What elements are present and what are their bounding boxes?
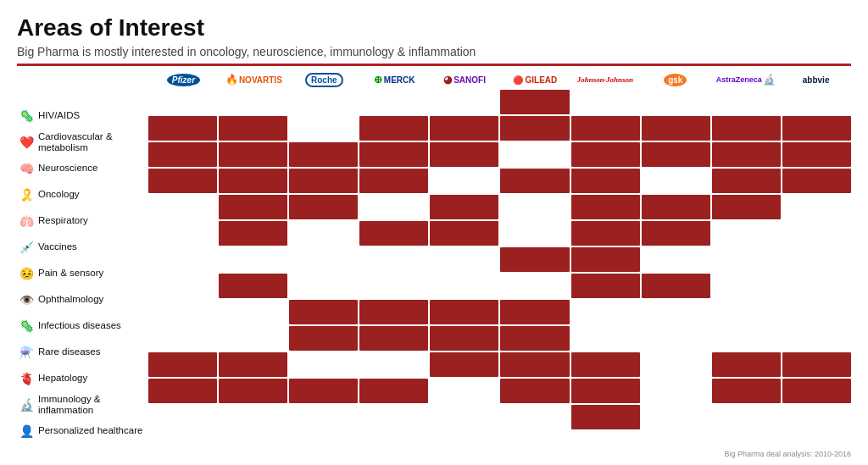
row-label-11: 🔬Immunology & inflammation xyxy=(17,392,148,418)
cell-0-4 xyxy=(430,90,498,114)
cell-9-2 xyxy=(289,326,358,351)
cell-11-2 xyxy=(289,379,358,403)
data-rows xyxy=(148,90,851,429)
cell-5-9 xyxy=(782,221,851,246)
cell-2-1 xyxy=(219,142,287,167)
cell-7-1 xyxy=(219,274,287,298)
row-icon-5: 💉 xyxy=(19,241,34,255)
company-headers: Pfizer🔥NOVARTISRoche⊕MERCK◕SANOFI🔴 GILEA… xyxy=(148,73,851,87)
row-label-9: ⚗️Rare diseases xyxy=(17,340,148,366)
cell-4-5 xyxy=(500,195,569,219)
row-label-0: 🦠HIV/AIDS xyxy=(17,103,148,130)
data-row-5 xyxy=(148,221,851,246)
cell-8-9 xyxy=(782,300,851,324)
cell-7-9 xyxy=(782,274,851,298)
data-row-2 xyxy=(148,142,851,167)
cell-10-7 xyxy=(642,352,710,377)
cell-6-5 xyxy=(500,247,569,272)
cell-7-2 xyxy=(289,274,358,298)
row-label-1: ❤️Cardiovascular & metabolism xyxy=(17,130,148,156)
cell-7-5 xyxy=(500,274,569,298)
cell-0-5 xyxy=(500,90,569,114)
cell-8-1 xyxy=(219,300,287,324)
cell-11-7 xyxy=(642,379,710,403)
row-label-6: 😣Pain & sensory xyxy=(17,261,148,287)
cell-12-2 xyxy=(289,405,358,429)
divider xyxy=(17,64,851,66)
cell-12-0 xyxy=(148,405,217,429)
data-row-8 xyxy=(148,300,851,324)
cell-1-2 xyxy=(289,116,358,141)
cell-12-7 xyxy=(642,405,710,429)
cell-11-1 xyxy=(219,379,287,403)
cell-3-9 xyxy=(782,169,851,193)
row-label-text-3: Oncology xyxy=(38,189,80,201)
cell-9-5 xyxy=(500,326,569,351)
cell-10-5 xyxy=(500,352,569,377)
cell-12-5 xyxy=(500,405,569,429)
row-icon-7: 👁️ xyxy=(19,293,34,307)
cell-1-3 xyxy=(359,116,428,141)
cell-2-2 xyxy=(289,142,358,167)
cell-6-9 xyxy=(782,247,851,272)
row-label-text-9: Rare diseases xyxy=(38,346,101,358)
cell-10-9 xyxy=(782,352,851,377)
cell-9-9 xyxy=(782,326,851,351)
cell-2-3 xyxy=(359,142,428,167)
row-labels: 🦠HIV/AIDS❤️Cardiovascular & metabolism🧠N… xyxy=(17,73,148,445)
row-icon-12: 👤 xyxy=(19,424,34,439)
cell-9-1 xyxy=(219,326,287,351)
cell-1-0 xyxy=(148,116,217,141)
data-row-6 xyxy=(148,247,851,272)
cell-4-4 xyxy=(430,195,498,219)
cell-10-2 xyxy=(289,352,358,377)
data-row-0 xyxy=(148,90,851,114)
cell-0-0 xyxy=(148,90,217,114)
cell-10-0 xyxy=(148,352,217,377)
cell-4-0 xyxy=(148,195,217,219)
cell-3-1 xyxy=(219,169,287,193)
company-header-astrazeneca: AstraZeneca🔬 xyxy=(710,73,781,87)
cell-6-1 xyxy=(219,247,287,272)
row-label-text-7: Ophthalmology xyxy=(38,294,103,306)
cell-3-2 xyxy=(289,169,358,193)
cell-9-8 xyxy=(712,326,781,351)
cell-6-6 xyxy=(571,247,640,272)
cell-10-3 xyxy=(359,352,428,377)
company-header-roche: Roche xyxy=(289,73,359,87)
row-icon-2: 🧠 xyxy=(19,162,34,176)
row-label-8: 🦠Infectious diseases xyxy=(17,313,148,340)
cell-0-2 xyxy=(289,90,358,114)
row-label-text-2: Neuroscience xyxy=(38,163,97,174)
company-header-abbvie: abbvie xyxy=(781,73,851,87)
cell-11-3 xyxy=(359,379,428,403)
data-row-12 xyxy=(148,405,851,429)
row-label-4: 🫁Respiratory xyxy=(17,208,148,235)
row-label-text-11: Immunology & inflammation xyxy=(38,394,148,418)
row-label-text-4: Respiratory xyxy=(38,215,88,227)
company-header-jnj: Johnson·Johnson xyxy=(570,73,640,87)
cell-6-0 xyxy=(148,247,217,272)
data-row-4 xyxy=(148,195,851,219)
row-icon-4: 🫁 xyxy=(19,214,34,229)
cell-7-6 xyxy=(571,274,640,298)
cell-1-5 xyxy=(500,116,569,141)
cell-1-7 xyxy=(642,116,710,141)
cell-6-7 xyxy=(642,247,710,272)
cell-4-7 xyxy=(642,195,710,219)
company-header-gsk: gsk xyxy=(640,73,710,87)
cell-9-3 xyxy=(359,326,428,351)
cell-7-7 xyxy=(642,274,710,298)
cell-2-4 xyxy=(430,142,498,167)
cell-2-8 xyxy=(712,142,781,167)
row-icon-10: 🫀 xyxy=(19,372,34,386)
row-icon-11: 🔬 xyxy=(19,398,34,412)
cell-2-6 xyxy=(571,142,640,167)
cell-9-0 xyxy=(148,326,217,351)
cell-5-6 xyxy=(571,221,640,246)
cell-8-7 xyxy=(642,300,710,324)
row-label-7: 👁️Ophthalmology xyxy=(17,287,148,313)
cell-6-8 xyxy=(712,247,781,272)
cell-3-3 xyxy=(359,169,428,193)
cell-4-1 xyxy=(219,195,287,219)
